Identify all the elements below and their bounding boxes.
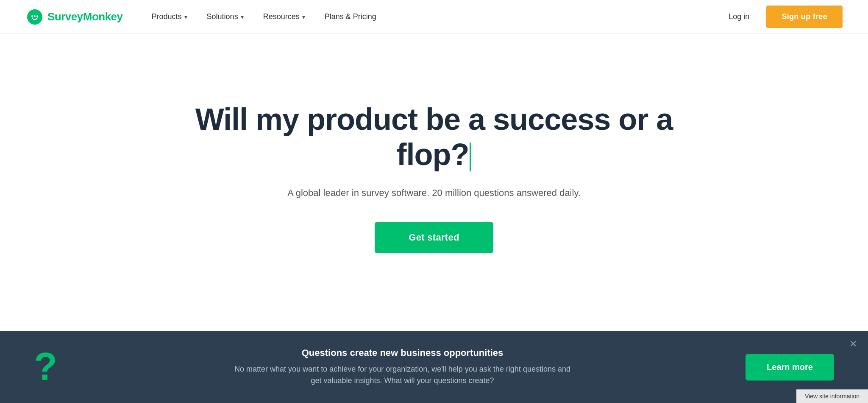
navbar: SurveyMonkey Products ▾ Solutions ▾ Reso… [0,0,868,34]
view-site-info[interactable]: View site information [796,389,868,403]
hero-subtitle: A global leader in survey software. 20 m… [287,186,581,200]
navbar-right: Log in Sign up free [722,6,843,28]
learn-more-button[interactable]: Learn more [746,354,834,381]
logo-icon [25,8,44,26]
hero-title: Will my product be a success or a flop? [180,102,688,172]
banner-content: Questions create new business opportunit… [85,347,720,386]
plans-pricing-label: Plans & Pricing [325,12,376,21]
brand-name: SurveyMonkey [47,10,123,23]
cursor-icon [470,143,471,171]
question-mark-icon: ? [34,346,68,388]
close-banner-button[interactable]: ✕ [847,338,860,350]
get-started-button[interactable]: Get started [375,222,493,253]
nav-item-plans-pricing[interactable]: Plans & Pricing [317,9,384,25]
resources-label: Resources [263,12,300,21]
banner-title: Questions create new business opportunit… [85,347,720,358]
products-label: Products [152,12,182,21]
resources-chevron-icon: ▾ [302,14,305,20]
solutions-chevron-icon: ▾ [241,14,244,20]
navbar-left: SurveyMonkey Products ▾ Solutions ▾ Reso… [25,8,384,26]
nav-item-resources[interactable]: Resources ▾ [256,9,313,25]
svg-text:?: ? [34,346,57,388]
hero-section: Will my product be a success or a flop? … [0,34,868,304]
close-icon: ✕ [849,339,857,350]
nav-item-products[interactable]: Products ▾ [144,9,195,25]
products-chevron-icon: ▾ [184,14,187,20]
banner-body: No matter what you want to achieve for y… [233,364,572,386]
nav-item-solutions[interactable]: Solutions ▾ [199,9,251,25]
nav-links: Products ▾ Solutions ▾ Resources ▾ Plans… [144,9,384,25]
solutions-label: Solutions [207,12,238,21]
logo[interactable]: SurveyMonkey [25,8,123,26]
login-button[interactable]: Log in [722,9,756,25]
signup-button[interactable]: Sign up free [766,6,843,28]
bottom-banner: ? Questions create new business opportun… [0,331,868,403]
